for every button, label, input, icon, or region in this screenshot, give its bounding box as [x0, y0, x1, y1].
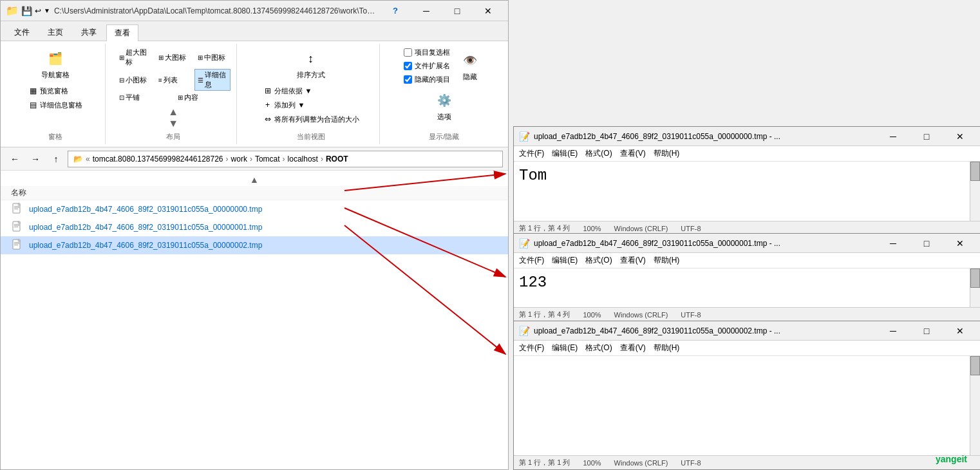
notepad-2-close[interactable]: ✕: [945, 321, 975, 341]
file-item-1[interactable]: upload_e7adb12b_4b47_4606_89f2_0319011c0…: [1, 218, 508, 236]
notepad-2-minimize[interactable]: ─: [878, 321, 908, 341]
file-ext-option[interactable]: 文件扩展名: [402, 60, 451, 72]
preview-btn[interactable]: ▦ 预览窗格: [25, 84, 86, 97]
notepad-1-menu-help[interactable]: 帮助(H): [654, 255, 680, 266]
breadcrumb-bar[interactable]: 📂 « tomcat.8080.13745699982446128726 › w…: [68, 151, 503, 167]
small-icon-btn[interactable]: ⊟ 小图标: [116, 69, 153, 91]
notepad-2-scrollbar-thumb: [970, 356, 980, 375]
notepad-2-menu-format[interactable]: 格式(O): [585, 343, 612, 353]
nav-pane-btn[interactable]: 🗂️ 导航窗格: [38, 46, 73, 82]
notepad-0-maximize[interactable]: □: [912, 127, 941, 146]
explorer-close-btn[interactable]: ✕: [473, 1, 503, 21]
current-view-content: ↕️ 排序方式 ⊞ 分组依据 ▼ + 添加列 ▼: [247, 46, 374, 126]
notepad-1-menu-format[interactable]: 格式(O): [585, 255, 612, 266]
breadcrumb-localhost[interactable]: localhost: [288, 155, 318, 164]
notepad-window-0: 📝 upload_e7adb12b_4b47_4606_89f2_0319011…: [513, 126, 980, 236]
bc-sep2: ›: [250, 155, 252, 164]
notepad-1-menu-edit[interactable]: 编辑(E): [552, 255, 578, 266]
notepad-0-minimize[interactable]: ─: [878, 127, 908, 146]
tab-file[interactable]: 文件: [6, 24, 38, 41]
options-icon: ⚙️: [434, 90, 455, 111]
name-column-header[interactable]: 名称: [11, 187, 26, 198]
notepad-2-menu-file[interactable]: 文件(F): [519, 343, 544, 353]
notepad-0-scrollbar[interactable]: [970, 162, 980, 221]
nav-pane-icon: 🗂️: [45, 48, 66, 69]
breadcrumb-tomcat2[interactable]: Tomcat: [255, 155, 280, 164]
svg-rect-10: [14, 225, 19, 226]
medium-icon-btn[interactable]: ⊞ 中图标: [194, 46, 231, 68]
content-btn[interactable]: ⊞ 内容: [174, 91, 231, 104]
notepad-1-position: 第 1 行，第 4 列: [519, 310, 570, 319]
group-by-icon: ⊞: [263, 86, 273, 96]
options-btn[interactable]: ⚙️ 选项: [428, 88, 460, 124]
list-btn[interactable]: ≡ 列表: [155, 69, 192, 91]
file-icon-2: [11, 239, 24, 252]
large-icon-btn[interactable]: ⊞ 大图标: [155, 46, 192, 68]
notepad-2-scrollbar[interactable]: [970, 356, 980, 455]
notepad-0-close[interactable]: ✕: [945, 127, 975, 146]
notepad-1-maximize[interactable]: □: [912, 234, 941, 253]
tiles-btn[interactable]: ⊡ 平铺: [116, 91, 172, 104]
forward-btn[interactable]: →: [26, 150, 44, 168]
breadcrumb-work[interactable]: work: [231, 155, 247, 164]
notepad-0-menu-file[interactable]: 文件(F): [519, 148, 544, 159]
tab-share[interactable]: 共享: [73, 24, 105, 41]
up-btn[interactable]: ↑: [47, 150, 65, 168]
file-ext-input[interactable]: [404, 62, 412, 70]
svg-rect-17: [14, 245, 18, 245]
notepad-1-minimize[interactable]: ─: [878, 234, 908, 253]
explorer-maximize-btn[interactable]: □: [442, 1, 472, 21]
watermark-label: yangeit: [936, 454, 967, 464]
breadcrumb-root[interactable]: ROOT: [326, 155, 348, 164]
breadcrumb-tomcat[interactable]: tomcat.8080.13745699982446128726: [93, 155, 223, 164]
notepad-2-menu-view[interactable]: 查看(V): [620, 343, 646, 353]
notepad-2-content[interactable]: [514, 356, 980, 455]
notepad-0-menu-help[interactable]: 帮助(H): [654, 148, 680, 159]
notepad-0-content[interactable]: Tom: [514, 162, 980, 221]
file-item-2[interactable]: upload_e7adb12b_4b47_4606_89f2_0319011c0…: [1, 236, 508, 254]
file-name-2: upload_e7adb12b_4b47_4606_89f2_0319011c0…: [29, 241, 498, 250]
details-btn[interactable]: ☰ 详细信息: [194, 69, 231, 91]
notepad-0-menu-format[interactable]: 格式(O): [585, 148, 612, 159]
hide-btn[interactable]: 👁️ 隐藏: [454, 48, 486, 84]
undo-icon: ↩: [35, 6, 41, 15]
notepad-0-menu-view[interactable]: 查看(V): [620, 148, 646, 159]
back-btn[interactable]: ←: [6, 150, 24, 168]
details-pane-btn[interactable]: ▤ 详细信息窗格: [25, 99, 86, 111]
preview-icon: ▦: [28, 86, 39, 96]
ribbon: 文件 主页 共享 查看 🗂️ 导航窗格 ▦ 预览窗格: [1, 21, 508, 147]
notepad-1-content[interactable]: 123: [514, 268, 980, 307]
tab-view[interactable]: 查看: [106, 24, 138, 41]
ribbon-group-current-view: ↕️ 排序方式 ⊞ 分组依据 ▼ + 添加列 ▼: [242, 44, 380, 144]
item-checkbox-input[interactable]: [404, 48, 412, 57]
hidden-items-input[interactable]: [404, 75, 412, 84]
title-bar-controls: ? ─ □ ✕: [381, 1, 503, 21]
notepad-2-title: upload_e7adb12b_4b47_4606_89f2_0319011c0…: [534, 326, 874, 335]
explorer-minimize-btn[interactable]: ─: [411, 1, 441, 21]
tiles-icon: ⊡: [119, 94, 124, 101]
layout-grid: ⊞ 超大图标 ⊞ 大图标 ⊞ 中图标: [116, 46, 231, 104]
extra-large-btn[interactable]: ⊞ 超大图标: [116, 46, 153, 68]
notepad-1-close[interactable]: ✕: [945, 234, 975, 253]
notepad-1-scrollbar[interactable]: [970, 268, 980, 307]
notepad-0-menu-edit[interactable]: 编辑(E): [552, 148, 578, 159]
group-by-btn[interactable]: ⊞ 分组依据 ▼: [259, 84, 363, 97]
fit-columns-btn[interactable]: ⇔ 将所有列调整为合适的大小: [259, 113, 363, 126]
ribbon-tabs: 文件 主页 共享 查看: [1, 21, 508, 41]
add-column-btn[interactable]: + 添加列 ▼: [259, 99, 363, 111]
notepad-2-menu-edit[interactable]: 编辑(E): [552, 343, 578, 353]
tab-home[interactable]: 主页: [39, 24, 71, 41]
sort-by-btn[interactable]: ↕️ 排序方式: [294, 46, 328, 82]
notepad-1-menu-file[interactable]: 文件(F): [519, 255, 544, 266]
layout-scroll-btn[interactable]: ▲▼: [168, 106, 178, 129]
explorer-help-btn[interactable]: ?: [381, 1, 410, 21]
hidden-items-option[interactable]: 隐藏的项目: [402, 73, 451, 86]
file-name-0: upload_e7adb12b_4b47_4606_89f2_0319011c0…: [29, 205, 498, 214]
notepad-2-menu-help[interactable]: 帮助(H): [654, 343, 680, 353]
notepad-1-menu-view[interactable]: 查看(V): [620, 255, 646, 266]
dropdown-icon[interactable]: ▼: [44, 7, 50, 14]
file-list-container: ▲ 名称 upload_e7adb12b_4b47_4606_89f2_0319…: [1, 171, 508, 469]
file-item-0[interactable]: upload_e7adb12b_4b47_4606_89f2_0319011c0…: [1, 200, 508, 218]
item-checkbox-option[interactable]: 项目复选框: [402, 46, 451, 59]
notepad-2-maximize[interactable]: □: [912, 321, 941, 341]
